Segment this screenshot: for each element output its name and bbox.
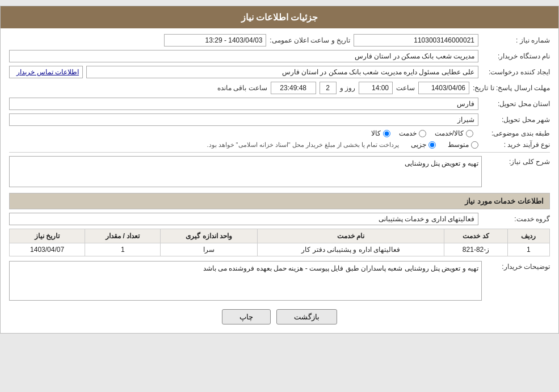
creator-link[interactable]: اطلاعات تماس خریدار (9, 66, 83, 78)
category-label: طبقه بندی موضوعی: (482, 129, 550, 137)
city-label: شهر محل تحویل: (482, 116, 550, 124)
buyer-notes-label: توضیحات خریدار: (482, 261, 550, 271)
col-header-name: نام خدمت (257, 229, 444, 243)
table-cell-1: ز-82-821 (444, 243, 507, 256)
category-option-kala[interactable]: کالا (371, 129, 390, 137)
radio-motavasset[interactable] (471, 141, 478, 149)
divider1 (9, 152, 550, 153)
need-number-row: شماره نیاز : 1103003146000021 تاریخ و سا… (9, 34, 550, 47)
announce-date-value: 1403/04/03 - 13:29 (164, 34, 266, 47)
radio-kala[interactable] (383, 130, 390, 137)
general-description-row: شرح کلی نیاز: تهیه و تعویض پنل روشنایی (9, 156, 550, 187)
city-row: شهر محل تحویل: شیراز (9, 113, 550, 126)
table-row: 1ز-82-821فعالیتهای اداره و پشتیبانی دفتر… (10, 243, 550, 256)
creator-row: ایجاد کننده درخواست: علی عطایی مسئول دای… (9, 66, 550, 78)
table-cell-4: 1 (85, 243, 161, 256)
deadline-days-label: روز و (340, 84, 355, 92)
deadline-days: 2 (320, 82, 337, 94)
deadline-time: 14:00 (359, 82, 393, 94)
deadline-row: مهلت ارسال پاسخ: تا تاریخ: 1403/04/06 سا… (9, 82, 550, 94)
table-cell-2: فعالیتهای اداره و پشتیبانی دفتر کار (257, 243, 444, 256)
general-description-value: تهیه و تعویض پنل روشنایی (9, 156, 482, 187)
col-header-date: تاریخ نیاز (10, 229, 85, 243)
print-button[interactable]: چاپ (222, 309, 271, 324)
buyer-notes-text: تهیه و تعویض پنل روشنایی شعبه پاسداران ط… (9, 261, 482, 301)
label-khedmat: خدمت (399, 129, 417, 137)
general-description-text: تهیه و تعویض پنل روشنایی (9, 156, 482, 187)
deadline-time-label: ساعت (396, 84, 415, 92)
page-header: جزئیات اطلاعات نیاز (1, 6, 558, 28)
purchase-type-row: نوع فرآیند خرید : متوسط جزیی پرداخت تمام… (9, 141, 550, 149)
table-cell-0: 1 (507, 243, 549, 256)
province-value: فارس (9, 98, 478, 110)
label-kala: کالا (371, 129, 381, 137)
table-cell-5: 1403/04/07 (10, 243, 85, 256)
label-motavasset: متوسط (448, 141, 469, 149)
buyer-notes-value: تهیه و تعویض پنل روشنایی شعبه پاسداران ط… (9, 261, 482, 301)
need-number-value: 1103003146000021 (354, 34, 478, 47)
content-area: شماره نیاز : 1103003146000021 تاریخ و سا… (1, 28, 558, 333)
purchase-type-option-motavasset[interactable]: متوسط (448, 141, 478, 149)
deadline-label: مهلت ارسال پاسخ: تا تاریخ: (473, 84, 550, 92)
services-section-header: اطلاعات خدمات مورد نیاز (9, 193, 550, 209)
deadline-remaining-label: ساعت باقی مانده (217, 84, 267, 92)
purchase-type-option-jozi[interactable]: جزیی (411, 141, 436, 149)
category-row: طبقه بندی موضوعی: کالا/خدمت خدمت کالا (9, 129, 550, 137)
buttons-row: بازگشت چاپ (9, 309, 550, 324)
org-name-row: نام دستگاه خریدار: مدیریت شعب بانک مسکن … (9, 50, 550, 62)
back-button[interactable]: بازگشت (276, 309, 337, 324)
deadline-remaining: 23:49:48 (271, 82, 316, 94)
org-name-value: مدیریت شعب بانک مسکن در استان فارس (9, 50, 478, 62)
col-header-qty: تعداد / مقدار (85, 229, 161, 243)
creator-label: ایجاد کننده درخواست: (482, 68, 550, 76)
buyer-notes-row: توضیحات خریدار: تهیه و تعویض پنل روشنایی… (9, 261, 550, 301)
service-group-row: گروه خدمت: فعالیتهای اداری و خدمات پشتیب… (9, 213, 550, 225)
category-option-khedmat[interactable]: خدمت (399, 129, 426, 137)
page-title: جزئیات اطلاعات نیاز (241, 12, 318, 22)
general-description-label: شرح کلی نیاز: (482, 156, 550, 166)
page-wrapper: جزئیات اطلاعات نیاز شماره نیاز : 1103003… (0, 6, 559, 334)
service-group-value: فعالیتهای اداری و خدمات پشتیبانی (9, 213, 478, 225)
col-header-unit: واحد اندازه گیری (161, 229, 258, 243)
deadline-date: 1403/04/06 (418, 82, 469, 94)
need-number-label: شماره نیاز : (482, 36, 550, 44)
services-table: ردیف کد خدمت نام خدمت واحد اندازه گیری ت… (9, 229, 550, 256)
service-group-label: گروه خدمت: (482, 215, 550, 223)
label-kala-khedmat: کالا/خدمت (435, 129, 464, 137)
radio-khedmat[interactable] (419, 130, 426, 137)
org-name-label: نام دستگاه خریدار: (482, 52, 550, 60)
table-cell-3: سرا (161, 243, 258, 256)
province-label: استان محل تحویل: (482, 100, 550, 108)
purchase-type-label: نوع فرآیند خرید : (482, 141, 550, 149)
col-header-code: کد خدمت (444, 229, 507, 243)
announce-date-label: تاریخ و ساعت اعلان عمومی: (270, 36, 350, 44)
province-row: استان محل تحویل: فارس (9, 98, 550, 110)
radio-jozi[interactable] (428, 141, 436, 149)
radio-kala-khedmat[interactable] (466, 130, 473, 137)
label-jozi: جزیی (411, 141, 426, 149)
creator-name: علی عطایی مسئول دایره مدیریت شعب بانک مس… (86, 66, 478, 78)
category-option-kala-khedmat[interactable]: کالا/خدمت (435, 129, 473, 137)
city-value: شیراز (9, 113, 478, 126)
purchase-type-notice: پرداخت تمام یا بخشی از مبلغ خریدار محل "… (207, 141, 399, 149)
col-header-radif: ردیف (507, 229, 549, 243)
